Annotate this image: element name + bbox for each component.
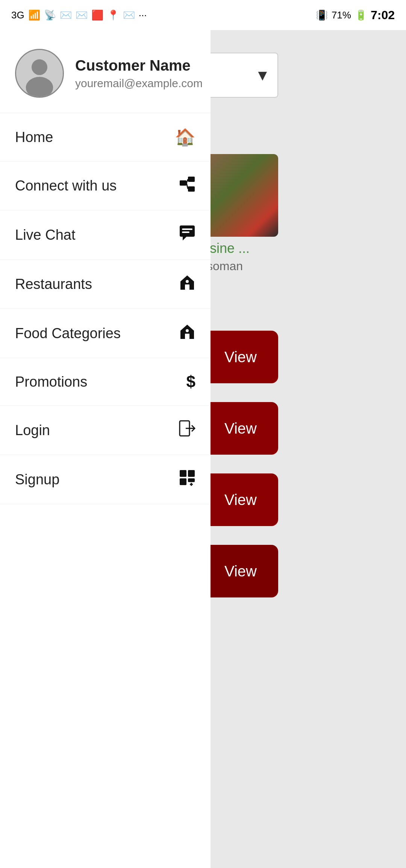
- clock: 7:02: [371, 8, 395, 22]
- sidebar-item-connect[interactable]: Connect with us: [0, 162, 211, 210]
- wifi-icon: 📡: [44, 9, 56, 21]
- svg-rect-14: [185, 334, 189, 339]
- signal-icon: 📶: [28, 9, 40, 21]
- mail-icon-3: ✉️: [123, 9, 135, 21]
- svg-rect-21: [188, 478, 195, 482]
- avatar-svg: [16, 49, 63, 98]
- sidebar-item-home[interactable]: Home 🏠: [0, 113, 211, 162]
- login-label: Login: [15, 422, 50, 439]
- avatar: [15, 49, 64, 98]
- svg-rect-9: [182, 228, 192, 230]
- svg-point-15: [186, 329, 189, 332]
- food-card: [203, 154, 278, 237]
- connect-icon: [179, 176, 195, 196]
- svg-rect-5: [188, 186, 195, 192]
- login-icon: [179, 420, 195, 440]
- svg-rect-4: [188, 177, 195, 182]
- sidebar-item-food-categories[interactable]: Food Categories: [0, 309, 211, 358]
- promotions-icon: $: [186, 372, 195, 391]
- sidebar-item-promotions[interactable]: Promotions $: [0, 358, 211, 406]
- more-icon: ···: [139, 9, 147, 21]
- view-button-4-label: View: [224, 563, 257, 580]
- app-icon-1: 🟥: [91, 9, 103, 21]
- home-label: Home: [15, 129, 53, 145]
- profile-name: Customer Name: [75, 57, 203, 74]
- svg-point-2: [26, 77, 53, 98]
- svg-rect-18: [180, 470, 186, 477]
- svg-rect-19: [188, 470, 195, 477]
- svg-point-1: [32, 59, 47, 75]
- restaurants-icon: [179, 274, 195, 294]
- vibrate-icon: 📳: [316, 9, 328, 21]
- cuisine-label: isine ...: [207, 240, 250, 256]
- status-left: 3G 📶 📡 ✉️ ✉️ 🟥 📍 ✉️ ···: [11, 9, 147, 21]
- svg-rect-3: [180, 180, 186, 186]
- mail-icon-1: ✉️: [60, 9, 72, 21]
- livechat-icon: [179, 225, 195, 245]
- promotions-label: Promotions: [15, 374, 87, 390]
- background-app: ▼ isine ... soman View View View View: [203, 30, 406, 868]
- connect-label: Connect with us: [15, 178, 117, 194]
- view-button-2[interactable]: View: [203, 402, 278, 455]
- signup-label: Signup: [15, 472, 59, 488]
- restaurants-label: Restaurants: [15, 276, 92, 292]
- battery-icon: 🔋: [355, 9, 367, 21]
- svg-rect-10: [182, 231, 189, 233]
- menu-list: Home 🏠 Connect with us Live Chat: [0, 113, 211, 868]
- view-button-4[interactable]: View: [203, 545, 278, 597]
- sidebar-drawer: Customer Name youremail@example.com Home…: [0, 30, 211, 868]
- signup-icon: [179, 469, 195, 490]
- svg-rect-20: [180, 478, 186, 485]
- view-button-1-label: View: [224, 349, 257, 366]
- sidebar-item-signup[interactable]: Signup: [0, 455, 211, 504]
- profile-section: Customer Name youremail@example.com: [0, 30, 211, 113]
- view-button-3-label: View: [224, 491, 257, 508]
- sidebar-item-login[interactable]: Login: [0, 406, 211, 455]
- home-icon: 🏠: [175, 127, 195, 147]
- food-image: [203, 154, 278, 237]
- svg-line-7: [186, 183, 188, 189]
- view-button-3[interactable]: View: [203, 473, 278, 526]
- profile-email: youremail@example.com: [75, 77, 203, 90]
- livechat-label: Live Chat: [15, 227, 76, 243]
- sidebar-item-restaurants[interactable]: Restaurants: [0, 260, 211, 309]
- mail-icon-2: ✉️: [76, 9, 88, 21]
- svg-point-13: [186, 280, 189, 283]
- location-label: soman: [207, 259, 243, 273]
- view-button-2-label: View: [224, 420, 257, 437]
- status-bar: 3G 📶 📡 ✉️ ✉️ 🟥 📍 ✉️ ··· 📳 71% 🔋 7:02: [0, 0, 406, 30]
- maps-icon: 📍: [107, 9, 119, 21]
- food-categories-label: Food Categories: [15, 325, 121, 342]
- network-type-icon: 3G: [11, 9, 24, 21]
- svg-line-6: [186, 179, 188, 183]
- profile-info: Customer Name youremail@example.com: [75, 57, 203, 90]
- svg-rect-12: [185, 284, 189, 290]
- dropdown-area[interactable]: ▼: [203, 53, 278, 98]
- food-categories-icon: [179, 323, 195, 343]
- status-right: 📳 71% 🔋 7:02: [316, 8, 395, 22]
- svg-rect-8: [180, 225, 195, 237]
- chevron-down-icon: ▼: [255, 67, 270, 84]
- view-button-1[interactable]: View: [203, 331, 278, 383]
- battery-percent: 71%: [332, 9, 351, 21]
- sidebar-item-livechat[interactable]: Live Chat: [0, 210, 211, 260]
- svg-marker-11: [183, 237, 186, 240]
